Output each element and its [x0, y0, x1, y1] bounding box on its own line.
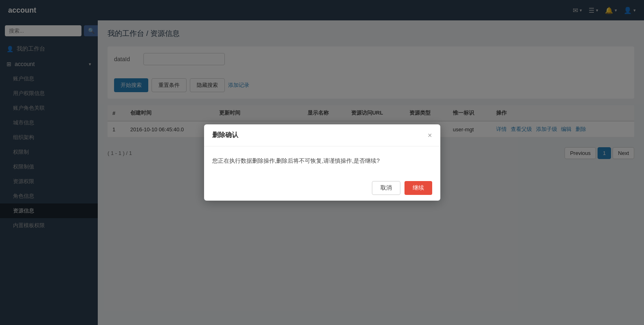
modal-header: 删除确认 ×	[204, 124, 440, 146]
delete-confirm-modal: 删除确认 × 您正在执行数据删除操作,删除后将不可恢复,请谨慎操作,是否继续? …	[204, 124, 440, 200]
modal-confirm-button[interactable]: 继续	[404, 181, 432, 195]
modal-body: 您正在执行数据删除操作,删除后将不可恢复,请谨慎操作,是否继续?	[204, 146, 440, 175]
modal-title: 删除确认	[212, 131, 238, 139]
modal-message: 您正在执行数据删除操作,删除后将不可恢复,请谨慎操作,是否继续?	[212, 157, 380, 164]
modal-overlay: 删除确认 × 您正在执行数据删除操作,删除后将不可恢复,请谨慎操作,是否继续? …	[0, 0, 644, 325]
modal-footer: 取消 继续	[204, 175, 440, 201]
modal-close-button[interactable]: ×	[428, 132, 432, 139]
modal-cancel-button[interactable]: 取消	[372, 181, 400, 195]
